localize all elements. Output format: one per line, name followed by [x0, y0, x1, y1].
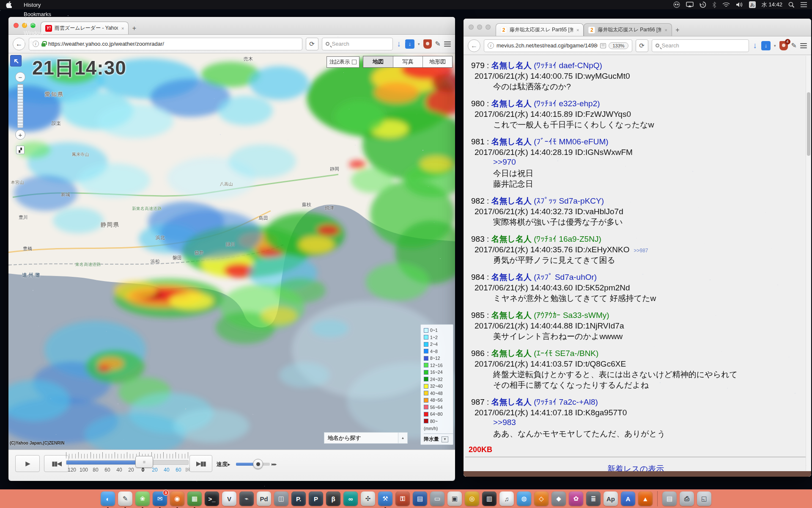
annotation-checkbox[interactable] — [352, 60, 357, 64]
dock-icon-midi-keyboard[interactable]: ▥ — [482, 491, 497, 506]
spotlight-search-icon[interactable] — [788, 2, 795, 8]
rain-radar-map[interactable]: 愛知県静岡県設楽新城豊川豊橋本宮山鳳来寺山売木浜北浜松磐田袋井掛川島田藤枝焼津静… — [8, 53, 455, 480]
dock-icon-coin[interactable]: ◎ — [465, 491, 479, 506]
left-titlebar[interactable]: Y! 雨雲ズームレーダー - Yahoo!天 × + — [8, 17, 455, 35]
input-source-icon[interactable]: あ — [749, 1, 756, 8]
legend-dropdown-button[interactable]: ▼ — [442, 436, 448, 442]
place-search-bar[interactable]: 地名から探す ▲ — [324, 432, 408, 444]
chevron-down-icon[interactable]: ▾ — [774, 44, 776, 48]
post-author[interactable]: 名無し名人 (ｴｰｲﾓ SE7a-/BNK) — [491, 349, 599, 358]
tab-close-icon[interactable]: × — [576, 28, 579, 33]
dock-icon-ssh[interactable]: ⌁ — [239, 491, 254, 506]
map-scale-button[interactable]: ▞ — [16, 146, 25, 154]
volume-icon[interactable] — [736, 2, 743, 8]
post-author[interactable]: 名無し名人 (ｽｯﾌﾟ Sd7a-uhOr) — [491, 273, 597, 282]
airplay-display-icon[interactable] — [686, 2, 694, 8]
anchor-link[interactable]: >>970 — [493, 157, 800, 168]
video-download-helper-icon[interactable]: ↓ — [761, 41, 771, 50]
zoom-in-button[interactable]: + — [15, 130, 25, 140]
post-author[interactable]: 名無し名人 (ﾜｯﾁｮｲ daef-CNpQ) — [491, 61, 602, 70]
dock-icon-xcode[interactable]: ⚒ — [378, 491, 392, 506]
reader-mode-icon[interactable] — [600, 43, 606, 48]
menu-hamburger-icon[interactable] — [800, 43, 807, 48]
dock-icon-cube-app[interactable]: ◆ — [551, 491, 566, 506]
anchor-link[interactable]: >>983 — [493, 418, 800, 428]
dock-icon-terminal[interactable]: >_ — [205, 491, 219, 506]
post-author[interactable]: 名無し名人 (ﾜｯﾁｮｲ e323-ehp2) — [491, 99, 600, 108]
dock-icon-printer[interactable]: ⎙ — [680, 491, 694, 506]
dock-icon-anki[interactable]: A — [621, 491, 635, 506]
minimize-window-button[interactable] — [477, 25, 482, 30]
time-machine-icon[interactable] — [700, 1, 706, 8]
menu-bar-clock[interactable]: 水 14:42 — [762, 1, 782, 8]
tab-close-icon[interactable]: × — [121, 26, 124, 31]
dock-icon-pcsx[interactable]: P. — [291, 491, 306, 506]
place-search-expand-button[interactable]: ▲ — [398, 433, 407, 443]
skip-forward-button[interactable]: ▶▮▮ — [189, 455, 212, 472]
timeline-track[interactable] — [66, 460, 189, 465]
map-type-button-active[interactable]: 地図 — [363, 56, 393, 67]
zoom-level-badge[interactable]: 133% — [609, 42, 628, 49]
downloads-icon[interactable]: ↓ — [396, 39, 402, 49]
downloads-icon[interactable]: ↓ — [752, 41, 758, 50]
dock-icon-keyboard-viewer[interactable]: ▤ — [662, 491, 677, 506]
speed-slider-handle[interactable] — [253, 459, 263, 469]
page-info-icon[interactable]: i — [488, 42, 494, 49]
dock-icon-keychain[interactable]: ⚿ — [395, 491, 410, 506]
timeline-handle[interactable]: ≡ — [135, 456, 153, 468]
dock-icon-notebook[interactable]: ▤ — [413, 491, 427, 506]
post-author[interactable]: 名無し名人 (ｱｳｱｳｶｰ Sa33-sWMy) — [491, 311, 609, 320]
dock-icon-vlc[interactable]: ▲ — [638, 491, 653, 506]
annotation-toggle[interactable]: 注記表示 — [326, 56, 359, 68]
menu-tools[interactable]: Tools — [19, 19, 55, 28]
post-backlink[interactable]: >>987 — [634, 248, 648, 254]
zoom-window-button[interactable] — [486, 25, 491, 30]
dock-icon-firefox[interactable]: ◉ — [170, 491, 184, 506]
video-download-helper-icon[interactable]: ↓ — [405, 39, 414, 49]
dock-icon-frames[interactable]: ▣ — [447, 491, 462, 506]
dock-icon-itunes[interactable]: ♫ — [499, 491, 514, 506]
chevron-down-icon[interactable]: ▾ — [418, 42, 420, 46]
apple-menu-icon[interactable] — [6, 1, 12, 8]
bluetooth-icon[interactable] — [712, 2, 716, 8]
dock-icon-browser[interactable]: ◍ — [517, 491, 531, 506]
new-tab-button[interactable]: + — [129, 22, 140, 34]
dock-icon-colors[interactable]: ✿ — [569, 491, 583, 506]
scrollbar-thumb[interactable] — [807, 92, 810, 156]
dock-icon-levels[interactable]: ≣ — [586, 491, 601, 506]
dock-icon-virtualbox[interactable]: ◫ — [274, 491, 288, 506]
dock-icon-thunderbird[interactable]: ✉3 — [153, 491, 167, 506]
zoom-out-button[interactable]: − — [15, 72, 25, 82]
dock-icon-photos[interactable]: ❀ — [135, 491, 150, 506]
close-window-button[interactable] — [469, 25, 474, 30]
tab-2ch-thread[interactable]: 2藤井聡太応援スレ Part66 [無断× — [584, 23, 672, 36]
collapse-map-button[interactable] — [10, 55, 22, 66]
dock-icon-vscode[interactable]: V — [222, 491, 236, 506]
post-author[interactable]: 名無し名人 (ﾜｯﾁｮｲ 16a9-Z5NJ) — [491, 235, 601, 243]
dock-icon-aptana[interactable]: Ap — [604, 491, 618, 506]
dock-icon-beta[interactable]: β — [326, 491, 340, 506]
tab-close-icon[interactable]: × — [664, 28, 667, 33]
skip-back-button[interactable]: ▮▮◀ — [44, 455, 69, 472]
privacy-badger-icon[interactable] — [673, 1, 680, 8]
map-type-button-btn[interactable]: 地形図 — [422, 56, 452, 67]
dock-icon-ppsspp[interactable]: P — [309, 491, 323, 506]
new-tab-button[interactable]: + — [672, 24, 683, 36]
dock-icon-blender[interactable]: ◇ — [534, 491, 549, 506]
scrollbar[interactable] — [806, 56, 810, 471]
close-window-button[interactable] — [14, 23, 19, 28]
url-bar[interactable]: i https://weather.yahoo.co.jp/weather/zo… — [29, 38, 302, 50]
url-bar[interactable]: i mevius.2ch.net/test/read.cgi/bgame/149… — [484, 39, 632, 52]
post-author[interactable]: 名無し名人 (ﾜｯﾁｮｲ 7a2c-+Al8) — [491, 398, 598, 406]
dock-icon-emulator[interactable]: ▦ — [187, 491, 202, 506]
reload-button[interactable]: ⟳ — [636, 39, 648, 52]
dock-icon-journal[interactable]: ✎ — [118, 491, 132, 506]
reload-button[interactable]: ⟳ — [306, 38, 318, 50]
wifi-icon[interactable] — [722, 2, 730, 8]
post-author[interactable]: 名無し名人 (ﾌﾞｰｲﾓ MM06-eFUM) — [491, 137, 609, 146]
map-type-button-btn[interactable]: 写真 — [393, 56, 422, 67]
url-text[interactable]: mevius.2ch.net/test/read.cgi/bgame/14980… — [497, 42, 598, 49]
dock-icon-scanner[interactable]: ▭ — [430, 491, 444, 506]
menu-help[interactable]: Help — [19, 37, 55, 47]
dock-icon-arduino[interactable]: ∞ — [343, 491, 358, 506]
